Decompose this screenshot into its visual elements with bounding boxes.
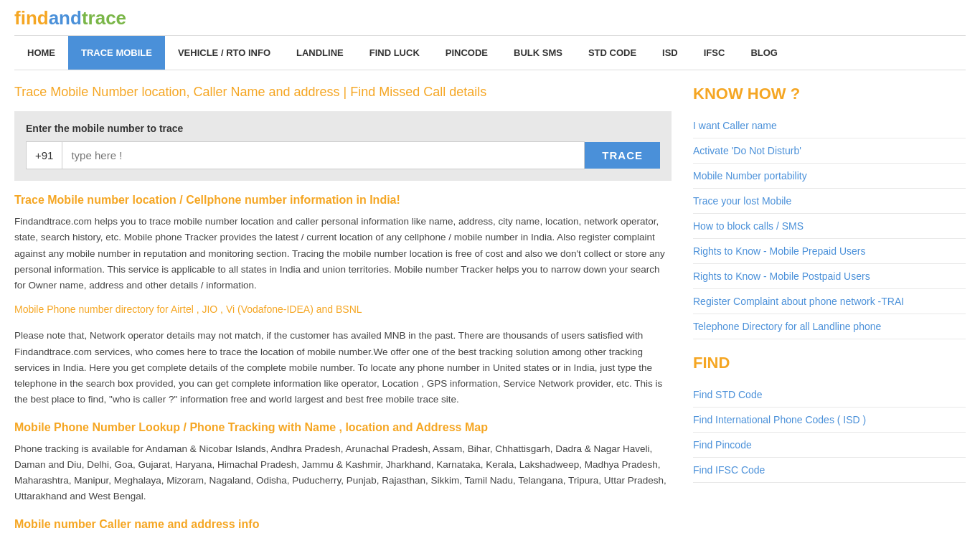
trace-label: Enter the mobile number to trace	[26, 123, 660, 134]
know-link[interactable]: Register Complaint about phone network -…	[693, 289, 966, 314]
phone-input[interactable]	[62, 141, 585, 169]
nav-item-ifsc[interactable]: IFSC	[691, 36, 738, 70]
nav-item-bulk-sms[interactable]: BULK SMS	[501, 36, 575, 70]
main-nav: HOMETRACE MOBILEVEHICLE / RTO INFOLANDLI…	[14, 35, 966, 70]
nav-item-vehicle---rto-info[interactable]: VEHICLE / RTO INFO	[165, 36, 283, 70]
know-link[interactable]: Mobile Number portability	[693, 164, 966, 189]
section1-text: Findandtrace.com helps you to trace mobi…	[14, 214, 672, 293]
trace-button[interactable]: TRACE	[585, 142, 660, 169]
section2: Please note that, Network operator detai…	[14, 328, 672, 408]
find-link[interactable]: Find IFSC Code	[693, 458, 966, 483]
section1-link[interactable]: Mobile Phone number directory for Airtel…	[14, 303, 362, 315]
trace-input-row: +91 TRACE	[26, 141, 660, 169]
know-link[interactable]: I want Caller name	[693, 113, 966, 138]
nav-item-find-luck[interactable]: FIND LUCK	[357, 36, 433, 70]
site-logo: findandtrace	[14, 7, 966, 29]
country-code: +91	[26, 141, 62, 169]
find-link[interactable]: Find Pincode	[693, 433, 966, 458]
nav-item-landline[interactable]: LANDLINE	[283, 36, 357, 70]
know-link[interactable]: Activate 'Do Not Disturb'	[693, 138, 966, 164]
section1: Trace Mobile number location / Cellphone…	[14, 194, 672, 315]
sidebar: KNOW HOW ? I want Caller nameActivate 'D…	[693, 85, 966, 544]
section4-title: Mobile number Caller name and address in…	[14, 518, 672, 531]
logo-trace: trace	[82, 7, 126, 29]
know-links: I want Caller nameActivate 'Do Not Distu…	[693, 113, 966, 339]
page-title: Trace Mobile Number location, Caller Nam…	[14, 85, 672, 100]
find-link[interactable]: Find STD Code	[693, 382, 966, 408]
trace-box: Enter the mobile number to trace +91 TRA…	[14, 111, 672, 181]
know-link[interactable]: Telephone Directory for all Landline pho…	[693, 314, 966, 339]
main-content: Trace Mobile Number location, Caller Nam…	[14, 85, 672, 544]
section3-title: Mobile Phone Number Lookup / Phone Track…	[14, 421, 672, 434]
section3: Mobile Phone Number Lookup / Phone Track…	[14, 421, 672, 505]
section2-text: Please note that, Network operator detai…	[14, 328, 672, 408]
nav-item-pincode[interactable]: PINCODE	[433, 36, 501, 70]
section4: Mobile number Caller name and address in…	[14, 518, 672, 531]
find-link[interactable]: Find International Phone Codes ( ISD )	[693, 408, 966, 433]
section1-title: Trace Mobile number location / Cellphone…	[14, 194, 672, 207]
nav-item-trace-mobile[interactable]: TRACE MOBILE	[68, 36, 165, 70]
logo-find: find	[14, 7, 49, 29]
nav-item-isd[interactable]: ISD	[649, 36, 691, 70]
logo-and: and	[49, 7, 82, 29]
section3-text: Phone tracking is available for Andaman …	[14, 441, 672, 505]
find-heading: FIND	[693, 354, 966, 372]
know-how-heading: KNOW HOW ?	[693, 85, 966, 103]
know-link[interactable]: How to block calls / SMS	[693, 214, 966, 239]
find-links: Find STD CodeFind International Phone Co…	[693, 382, 966, 483]
know-link[interactable]: Rights to Know - Mobile Postpaid Users	[693, 264, 966, 289]
know-link[interactable]: Rights to Know - Mobile Prepaid Users	[693, 239, 966, 264]
know-how-section: KNOW HOW ? I want Caller nameActivate 'D…	[693, 85, 966, 339]
find-section: FIND Find STD CodeFind International Pho…	[693, 354, 966, 483]
nav-item-std-code[interactable]: STD CODE	[575, 36, 649, 70]
nav-item-blog[interactable]: BLOG	[738, 36, 791, 70]
nav-item-home[interactable]: HOME	[14, 36, 68, 70]
know-link[interactable]: Trace your lost Mobile	[693, 189, 966, 214]
